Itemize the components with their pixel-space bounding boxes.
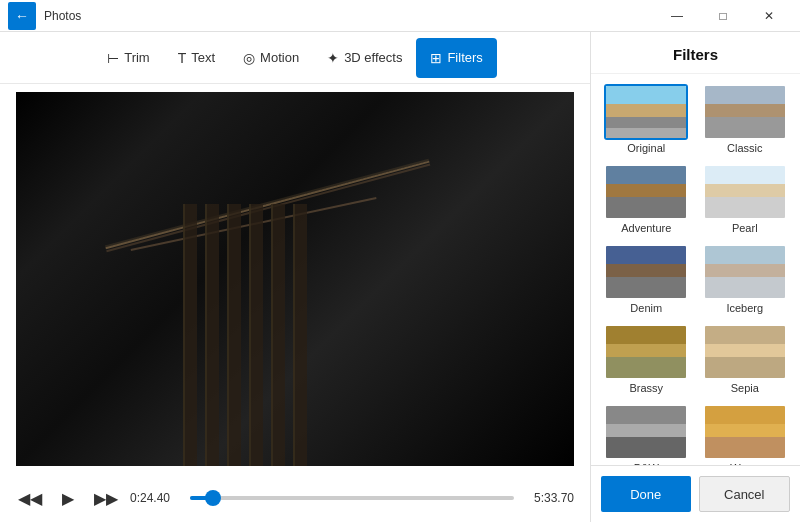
- video-player: [16, 92, 574, 466]
- filter-denim[interactable]: Denim: [601, 242, 692, 316]
- done-button[interactable]: Done: [601, 476, 691, 512]
- filter-original[interactable]: Original: [601, 82, 692, 156]
- seek-thumb[interactable]: [205, 490, 221, 506]
- filters-panel: Filters Original Classic: [590, 32, 800, 522]
- filter-sepia-thumb: [705, 326, 785, 378]
- filter-classic-thumb: [705, 86, 785, 138]
- 3d-icon: ✦: [327, 50, 339, 66]
- filter-original-thumb-wrap: [604, 84, 688, 140]
- filter-sepia[interactable]: Sepia: [700, 322, 791, 396]
- filters-grid: Original Classic Adventure: [591, 74, 800, 465]
- close-button[interactable]: ✕: [746, 0, 792, 32]
- filter-pearl-thumb-wrap: [703, 164, 787, 220]
- filter-iceberg-thumb: [705, 246, 785, 298]
- toolbar: ⊢ Trim T Text ◎ Motion ✦ 3D effects ⊞ Fi…: [0, 32, 590, 84]
- motion-icon: ◎: [243, 50, 255, 66]
- filter-brassy-thumb: [606, 326, 686, 378]
- filter-pearl[interactable]: Pearl: [700, 162, 791, 236]
- filter-classic-thumb-wrap: [703, 84, 787, 140]
- main-area: ⊢ Trim T Text ◎ Motion ✦ 3D effects ⊞ Fi…: [0, 32, 800, 522]
- video-detail-bars: [183, 204, 462, 466]
- filters-icon: ⊞: [430, 50, 442, 66]
- filter-brassy-label: Brassy: [629, 382, 663, 394]
- filter-denim-label: Denim: [630, 302, 662, 314]
- filter-classic[interactable]: Classic: [700, 82, 791, 156]
- filters-button[interactable]: ⊞ Filters: [416, 38, 496, 78]
- filter-adventure-label: Adventure: [621, 222, 671, 234]
- filter-adventure[interactable]: Adventure: [601, 162, 692, 236]
- filter-bw-thumb: [606, 406, 686, 458]
- filter-original-thumb: [606, 86, 686, 138]
- seek-track: [190, 496, 514, 500]
- text-button[interactable]: T Text: [164, 38, 229, 78]
- filter-iceberg[interactable]: Iceberg: [700, 242, 791, 316]
- bar2: [205, 204, 219, 466]
- text-icon: T: [178, 50, 187, 66]
- filter-brassy[interactable]: Brassy: [601, 322, 692, 396]
- filter-pearl-thumb: [705, 166, 785, 218]
- trim-icon: ⊢: [107, 50, 119, 66]
- trim-button[interactable]: ⊢ Trim: [93, 38, 164, 78]
- filter-adventure-thumb: [606, 166, 686, 218]
- filter-bw[interactable]: B&W: [601, 402, 692, 465]
- app-title: Photos: [44, 9, 81, 23]
- filter-warm-thumb-wrap: [703, 404, 787, 460]
- seek-bar[interactable]: [190, 488, 514, 508]
- cancel-button[interactable]: Cancel: [699, 476, 791, 512]
- filter-denim-thumb: [606, 246, 686, 298]
- title-bar: ← Photos — □ ✕: [0, 0, 800, 32]
- current-time: 0:24.40: [130, 491, 180, 505]
- filter-iceberg-label: Iceberg: [726, 302, 763, 314]
- filter-classic-label: Classic: [727, 142, 762, 154]
- filters-panel-title: Filters: [591, 32, 800, 74]
- filter-brassy-thumb-wrap: [604, 324, 688, 380]
- maximize-button[interactable]: □: [700, 0, 746, 32]
- filter-denim-thumb-wrap: [604, 244, 688, 300]
- video-area: ⊢ Trim T Text ◎ Motion ✦ 3D effects ⊞ Fi…: [0, 32, 590, 522]
- 3d-effects-button[interactable]: ✦ 3D effects: [313, 38, 416, 78]
- filter-warm-thumb: [705, 406, 785, 458]
- filter-bw-thumb-wrap: [604, 404, 688, 460]
- bar1: [183, 204, 197, 466]
- bar4: [249, 204, 263, 466]
- rewind-button[interactable]: ◀◀: [16, 484, 44, 512]
- filter-adventure-thumb-wrap: [604, 164, 688, 220]
- bar3: [227, 204, 241, 466]
- filter-original-label: Original: [627, 142, 665, 154]
- window-controls: — □ ✕: [654, 0, 792, 32]
- video-frame: [16, 92, 574, 466]
- forward-button[interactable]: ▶▶: [92, 484, 120, 512]
- bar5: [271, 204, 285, 466]
- controls-bar: ◀◀ ▶ ▶▶ 0:24.40 5:33.70: [0, 474, 590, 522]
- back-button[interactable]: ←: [8, 2, 36, 30]
- filter-pearl-label: Pearl: [732, 222, 758, 234]
- play-button[interactable]: ▶: [54, 484, 82, 512]
- filter-iceberg-thumb-wrap: [703, 244, 787, 300]
- filter-sepia-thumb-wrap: [703, 324, 787, 380]
- filter-warm[interactable]: Warm: [700, 402, 791, 465]
- motion-button[interactable]: ◎ Motion: [229, 38, 313, 78]
- minimize-button[interactable]: —: [654, 0, 700, 32]
- bar6: [293, 204, 307, 466]
- filter-sepia-label: Sepia: [731, 382, 759, 394]
- total-time: 5:33.70: [524, 491, 574, 505]
- filters-footer: Done Cancel: [591, 465, 800, 522]
